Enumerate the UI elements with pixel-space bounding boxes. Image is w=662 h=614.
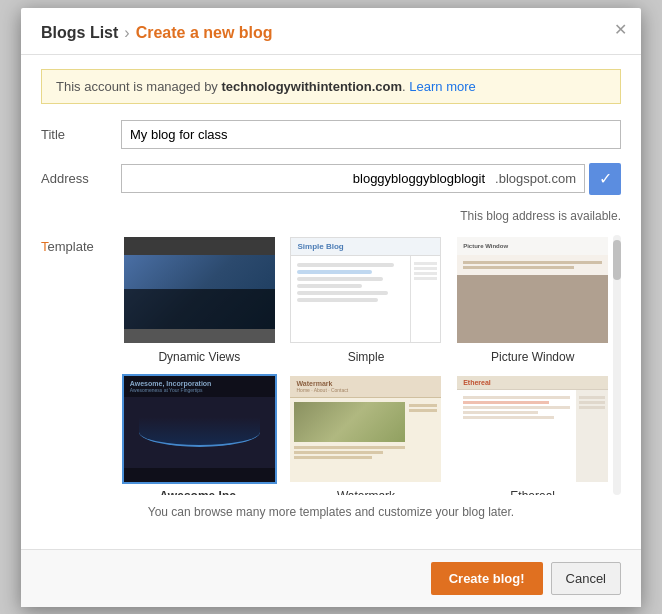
template-item-picture-window[interactable]: Picture Window Pic [454,235,611,364]
address-suffix: .blogspot.com [493,165,584,192]
template-name-ethereal: Ethereal [510,489,555,495]
template-thumb-simple: Simple Blog [288,235,443,345]
create-blog-button[interactable]: Create blog! [431,562,543,595]
template-item-simple[interactable]: Simple Blog [288,235,445,364]
template-item-dynamic-views[interactable]: Dynamic Views [121,235,278,364]
title-label: Title [41,127,121,142]
template-preview-dynamic-views [124,237,275,343]
template-name-watermark: Watermark [337,489,395,495]
address-available-text: This blog address is available. [121,209,621,223]
template-item-awesome-inc[interactable]: Awesome, Incorporation Awesomeness at Yo… [121,374,278,495]
template-browse-note: You can browse many more templates and c… [41,505,621,519]
title-input[interactable] [121,120,621,149]
template-preview-ethereal: Ethereal [457,376,608,482]
template-item-ethereal[interactable]: Ethereal [454,374,611,495]
template-preview-simple: Simple Blog [290,237,441,343]
dialog-body: This account is managed by technologywit… [21,55,641,549]
template-grid-wrapper: Dynamic Views Simple Blog [121,235,621,495]
address-row: Address .blogspot.com ✓ [41,163,621,195]
template-preview-watermark: Watermark Home · About · Contact [290,376,441,482]
scrollbar-thumb[interactable] [613,240,621,280]
address-input[interactable] [122,165,493,192]
address-input-wrapper: .blogspot.com [121,164,585,193]
breadcrumb-arrow: › [124,24,129,42]
notice-text: This account is managed by [56,79,221,94]
address-check-button[interactable]: ✓ [589,163,621,195]
template-thumb-awesome-inc: Awesome, Incorporation Awesomeness at Yo… [122,374,277,484]
template-thumb-picture-window: Picture Window [455,235,610,345]
cancel-button[interactable]: Cancel [551,562,621,595]
address-label: Address [41,171,121,186]
template-section: Template Dynamic Views [41,235,621,495]
template-name-picture-window: Picture Window [491,350,574,364]
dialog-footer: Create blog! Cancel [21,549,641,607]
scrollbar-track[interactable] [613,235,621,495]
template-thumb-dynamic-views [122,235,277,345]
template-thumb-ethereal: Ethereal [455,374,610,484]
title-row: Title [41,120,621,149]
close-button[interactable]: ✕ [614,22,627,38]
template-preview-awesome-inc: Awesome, Incorporation Awesomeness at Yo… [124,376,275,482]
breadcrumb-current: Create a new blog [136,24,273,42]
learn-more-link[interactable]: Learn more [409,79,475,94]
notice-domain: technologywithintention.com [221,79,402,94]
template-item-watermark[interactable]: Watermark Home · About · Contact [288,374,445,495]
dialog-header: Blogs List › Create a new blog ✕ [21,8,641,55]
breadcrumb-blogs: Blogs List [41,24,118,42]
template-name-simple: Simple [348,350,385,364]
template-preview-picture-window: Picture Window [457,237,608,343]
template-label: Template [41,235,121,254]
template-thumb-watermark: Watermark Home · About · Contact [288,374,443,484]
template-grid: Dynamic Views Simple Blog [121,235,621,495]
create-blog-dialog: Blogs List › Create a new blog ✕ This ac… [21,8,641,607]
template-name-awesome-inc: Awesome Inc. [159,489,239,495]
managed-account-notice: This account is managed by technologywit… [41,69,621,104]
address-input-group: .blogspot.com ✓ [121,163,621,195]
template-name-dynamic-views: Dynamic Views [158,350,240,364]
